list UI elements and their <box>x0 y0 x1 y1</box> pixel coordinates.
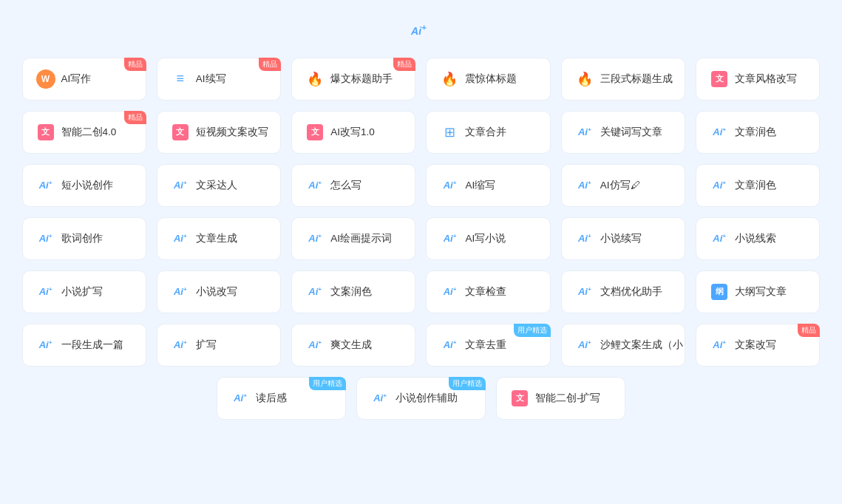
card-shalidi-copy[interactable]: Ai+沙鲤文案生成（小 <box>561 324 685 367</box>
badge-label: 用户精选 <box>309 377 346 390</box>
card-smart-recreate[interactable]: 精品文智能二创4.0 <box>22 111 146 154</box>
card-label-copy-rewrite: 文案改写 <box>735 338 776 352</box>
list-icon: ≡ <box>171 69 190 89</box>
badge-label: 用户精选 <box>449 377 486 390</box>
card-doc-optimize[interactable]: Ai+文档优化助手 <box>561 270 685 313</box>
card-article-check[interactable]: Ai+文章检查 <box>426 270 550 313</box>
card-novel-rewrite[interactable]: Ai+小说改写 <box>157 270 281 313</box>
card-article-gen[interactable]: Ai+文章生成 <box>157 217 281 260</box>
card-keyword-write[interactable]: Ai+关键词写文章 <box>561 111 685 154</box>
card-ai-imitate[interactable]: Ai+AI仿写🖊 <box>561 164 685 207</box>
card-label-ai-novel-write: AI写小说 <box>465 232 506 245</box>
card-label-shalidi-copy: 沙鲤文案生成（小 <box>600 338 683 352</box>
grid-row-3: Ai+歌词创作Ai+文章生成Ai+AI绘画提示词Ai+AI写小说Ai+小说续写A… <box>22 217 821 260</box>
card-label-ai-shorten: AI缩写 <box>465 179 495 192</box>
card-ai-write[interactable]: 精品WAI写作 <box>22 58 146 101</box>
ai-icon: Ai+ <box>575 282 594 302</box>
card-label-ai-draw-prompt: AI绘画提示词 <box>330 232 392 245</box>
ai-icon: Ai+ <box>575 336 594 355</box>
ai-icon: Ai+ <box>36 282 55 302</box>
doc-red-icon: 文 <box>510 389 529 408</box>
card-label-short-video: 短视频文案改写 <box>196 126 268 139</box>
card-label-novel-expand: 小说扩写 <box>61 285 103 299</box>
grid-row-6: 用户精选Ai+读后感用户精选Ai+小说创作辅助文智能二创-扩写 <box>22 377 821 420</box>
card-label-reading-review: 读后感 <box>256 392 287 405</box>
card-label-ai-imitate: AI仿写🖊 <box>600 179 641 192</box>
card-three-title[interactable]: 🔥三段式标题生成 <box>561 58 685 101</box>
ai-icon: Ai+ <box>440 176 459 195</box>
card-label-article-polish2: 文章润色 <box>735 179 776 192</box>
card-article-dedup[interactable]: 用户精选Ai+文章去重 <box>426 324 550 367</box>
card-label-ai-rewrite: AI改写1.0 <box>330 126 375 139</box>
grid-row-1: 精品文智能二创4.0文短视频文案改写文AI改写1.0⊞文章合并Ai+关键词写文章… <box>22 111 821 154</box>
card-label-expand-write: 扩写 <box>196 338 217 352</box>
write-icon: W <box>36 69 55 89</box>
card-label-keyword-write: 关键词写文章 <box>600 126 662 139</box>
tools-grid: 精品WAI写作精品≡AI续写精品🔥爆文标题助手🔥震惊体标题🔥三段式标题生成文文章… <box>22 58 821 420</box>
fire-pink-icon: 🔥 <box>305 69 325 89</box>
card-one-para-gen[interactable]: Ai+一段生成一篇 <box>22 324 146 367</box>
ai-icon: Ai+ <box>305 282 325 302</box>
card-label-novel-rewrite: 小说改写 <box>196 285 237 299</box>
card-label-doc-optimize: 文档优化助手 <box>600 285 662 299</box>
badge-label: 用户精选 <box>514 324 551 337</box>
ai-icon: Ai+ <box>171 229 190 248</box>
ai-icon: Ai+ <box>171 176 190 195</box>
card-expand-write[interactable]: Ai+扩写 <box>157 324 281 367</box>
card-label-outline-write: 大纲写文章 <box>735 285 787 299</box>
card-ai-shorten[interactable]: Ai+AI缩写 <box>426 164 550 207</box>
card-reading-review[interactable]: 用户精选Ai+读后感 <box>217 377 346 420</box>
badge-label: 精品 <box>259 58 281 71</box>
badge-label: 精品 <box>798 324 820 337</box>
card-label-article-check: 文章检查 <box>465 285 506 299</box>
card-label-hot-title: 爆文标题助手 <box>330 72 393 86</box>
card-smart-recreate2[interactable]: 文智能二创-扩写 <box>496 377 625 420</box>
card-article-polish1[interactable]: Ai+文章润色 <box>696 111 820 154</box>
card-label-article-dedup: 文章去重 <box>465 338 506 352</box>
card-lyric-create[interactable]: Ai+歌词创作 <box>22 217 146 260</box>
ai-icon: Ai+ <box>710 123 729 142</box>
grid-row-0: 精品WAI写作精品≡AI续写精品🔥爆文标题助手🔥震惊体标题🔥三段式标题生成文文章… <box>22 58 821 101</box>
card-novel-assist[interactable]: 用户精选Ai+小说创作辅助 <box>356 377 486 420</box>
card-outline-write[interactable]: 纲大纲写文章 <box>696 270 820 313</box>
card-novel-expand[interactable]: Ai+小说扩写 <box>22 270 146 313</box>
card-ai-continue[interactable]: 精品≡AI续写 <box>157 58 281 101</box>
card-novel-clue[interactable]: Ai+小说线索 <box>696 217 820 260</box>
card-copy-polish[interactable]: Ai+文案润色 <box>291 270 415 313</box>
card-short-video[interactable]: 文短视频文案改写 <box>157 111 281 154</box>
card-how-to-write[interactable]: Ai+怎么写 <box>291 164 415 207</box>
ai-drop-icon: Ai+ <box>575 176 594 195</box>
card-label-novel-assist: 小说创作辅助 <box>395 392 458 405</box>
card-short-novel[interactable]: Ai+短小说创作 <box>22 164 146 207</box>
card-ai-novel-write[interactable]: Ai+AI写小说 <box>426 217 550 260</box>
ai-icon: Ai+ <box>231 389 250 408</box>
doc-red-icon: 文 <box>710 69 729 89</box>
outline-icon: 纲 <box>710 282 729 302</box>
card-prose-master[interactable]: Ai+文采达人 <box>157 164 281 207</box>
card-label-ai-continue: AI续写 <box>196 72 226 86</box>
card-label-one-para-gen: 一段生成一篇 <box>61 338 123 352</box>
card-label-novel-clue: 小说线索 <box>735 232 776 245</box>
ai-icon: Ai+ <box>36 229 55 248</box>
card-ai-rewrite[interactable]: 文AI改写1.0 <box>291 111 415 154</box>
card-hot-title[interactable]: 精品🔥爆文标题助手 <box>291 58 415 101</box>
card-novel-continue[interactable]: Ai+小说续写 <box>561 217 685 260</box>
card-copy-rewrite[interactable]: 精品Ai+文案改写 <box>696 324 820 367</box>
merge-icon: ⊞ <box>440 123 459 142</box>
card-article-polish2[interactable]: Ai+文章润色 <box>696 164 820 207</box>
ai-icon: Ai+ <box>305 229 325 248</box>
card-cool-gen[interactable]: Ai+爽文生成 <box>291 324 415 367</box>
ai-icon: Ai+ <box>370 389 390 408</box>
card-label-article-style: 文章风格改写 <box>735 72 797 86</box>
ai-icon: Ai+ <box>440 282 459 302</box>
ai-icon: Ai+ <box>575 229 594 248</box>
card-article-merge[interactable]: ⊞文章合并 <box>426 111 550 154</box>
card-label-three-title: 三段式标题生成 <box>600 72 673 86</box>
badge-label: 精品 <box>124 58 146 71</box>
card-ai-draw-prompt[interactable]: Ai+AI绘画提示词 <box>291 217 415 260</box>
grid-row-5: Ai+一段生成一篇Ai+扩写Ai+爽文生成用户精选Ai+文章去重Ai+沙鲤文案生… <box>22 324 821 367</box>
doc-red-icon: 文 <box>36 123 55 142</box>
card-article-style[interactable]: 文文章风格改写 <box>696 58 820 101</box>
card-label-article-gen: 文章生成 <box>196 232 237 245</box>
card-shock-title[interactable]: 🔥震惊体标题 <box>426 58 550 101</box>
